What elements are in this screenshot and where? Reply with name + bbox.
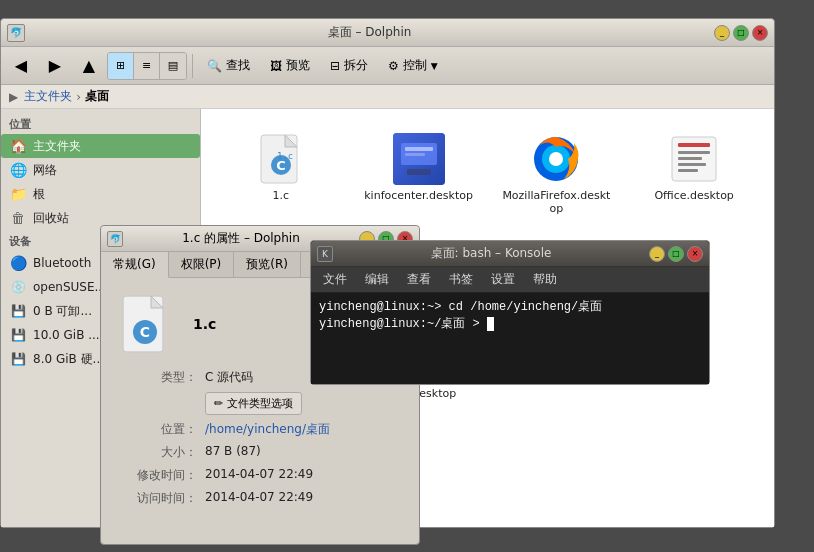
konsole-terminal[interactable]: yincheng@linux:~> cd /home/yincheng/桌面 y… [311, 293, 709, 384]
control-button[interactable]: ⚙ 控制 ▼ [379, 52, 447, 80]
accessed-row: 访问时间： 2014-04-07 22:49 [117, 487, 403, 510]
konsole-maximize-button[interactable]: □ [668, 246, 684, 262]
sidebar-item-home[interactable]: 🏠 主文件夹 [1, 134, 200, 158]
konsole-menu-bar: 文件 编辑 查看 书签 设置 帮助 [311, 267, 709, 293]
size-row: 大小： 87 B (87) [117, 441, 403, 464]
breadcrumb-separator: › [76, 90, 81, 104]
preview-button[interactable]: 🖼 预览 [261, 52, 319, 80]
close-button[interactable]: × [752, 25, 768, 41]
sidebar-network-label: 网络 [33, 162, 57, 179]
up-button[interactable]: ▲ [73, 51, 105, 81]
svg-rect-15 [678, 151, 710, 154]
forward-button[interactable]: ▶ [39, 51, 71, 81]
sidebar-home-label: 主文件夹 [33, 138, 81, 155]
file-kinfo-name: kinfocenter.desktop [364, 189, 473, 202]
konsole-minimize-button[interactable]: _ [649, 246, 665, 262]
back-button[interactable]: ◀ [5, 51, 37, 81]
konsole-menu-settings[interactable]: 设置 [483, 269, 523, 290]
location-row: 位置： /home/yincheng/桌面 [117, 418, 403, 441]
usb-icon: 💿 [9, 278, 27, 296]
control-icon: ⚙ [388, 59, 399, 73]
dolphin-title-bar: 🐬 桌面 – Dolphin _ □ × [1, 19, 774, 47]
type-btn-row: ✏ 文件类型选项 [117, 389, 403, 418]
modified-row: 修改时间： 2014-04-07 22:49 [117, 464, 403, 487]
size-label: 大小： [117, 444, 197, 461]
breadcrumb-home[interactable]: 主文件夹 [24, 88, 72, 105]
sidebar-disk8-label: 8.0 GiB 硬... [33, 351, 104, 368]
disk0-icon: 💾 [9, 302, 27, 320]
split-label: 拆分 [344, 57, 368, 74]
minimize-button[interactable]: _ [714, 25, 730, 41]
home-folder-icon: 🏠 [9, 137, 27, 155]
network-icon: 🌐 [9, 161, 27, 179]
root-icon: 📁 [9, 185, 27, 203]
sidebar-openusb-label: openSUSE... [33, 280, 106, 294]
svg-rect-8 [405, 153, 425, 156]
control-label: 控制 [403, 57, 427, 74]
modified-label: 修改时间： [117, 467, 197, 484]
sidebar-root-label: 根 [33, 186, 45, 203]
file-office-name: Office.desktop [654, 189, 733, 202]
window-controls: _ □ × [714, 25, 768, 41]
find-button[interactable]: 🔍 查找 [198, 52, 259, 80]
svg-rect-16 [678, 157, 702, 160]
system-icon: 🐬 [7, 24, 25, 42]
svg-point-12 [549, 152, 563, 166]
konsole-menu-help[interactable]: 帮助 [525, 269, 565, 290]
preview-label: 预览 [286, 57, 310, 74]
toolbar-separator-1 [192, 54, 193, 78]
accessed-label: 访问时间： [117, 490, 197, 507]
find-icon: 🔍 [207, 59, 222, 73]
file-firefox-name: MozillaFirefox.desktop [501, 189, 613, 215]
props-system-icon: 🐬 [107, 231, 123, 247]
find-label: 查找 [226, 57, 250, 74]
office-icon [668, 133, 720, 185]
sidebar-trash-label: 回收站 [33, 210, 69, 227]
sidebar-item-root[interactable]: 📁 根 [1, 182, 200, 206]
disk8-icon: 💾 [9, 350, 27, 368]
location-label: 位置： [117, 421, 197, 438]
tab-permissions[interactable]: 权限(P) [169, 252, 235, 277]
sidebar-item-network[interactable]: 🌐 网络 [1, 158, 200, 182]
konsole-close-button[interactable]: × [687, 246, 703, 262]
maximize-button[interactable]: □ [733, 25, 749, 41]
tab-general[interactable]: 常规(G) [101, 252, 169, 278]
konsole-menu-edit[interactable]: 编辑 [357, 269, 397, 290]
modified-value: 2014-04-07 22:49 [205, 467, 313, 484]
split-icon: ⊟ [330, 59, 340, 73]
konsole-menu-view[interactable]: 查看 [399, 269, 439, 290]
file-type-options-button[interactable]: ✏ 文件类型选项 [205, 392, 302, 415]
svg-text:C: C [140, 324, 150, 340]
breadcrumb-current: 桌面 [85, 88, 109, 105]
sidebar-section-location: 位置 [1, 113, 200, 134]
breadcrumb-bar: ▶ 主文件夹 › 桌面 [1, 85, 774, 109]
size-value: 87 B (87) [205, 444, 261, 461]
preview-icon: 🖼 [270, 59, 282, 73]
konsole-title-bar: K 桌面: bash – Konsole _ □ × [311, 241, 709, 267]
list-view-button[interactable]: ≡ [134, 53, 160, 79]
dolphin-title: 桌面 – Dolphin [25, 24, 714, 41]
svg-rect-7 [405, 147, 433, 151]
konsole-title-text: 桌面: bash – Konsole [333, 245, 649, 262]
konsole-window: K 桌面: bash – Konsole _ □ × 文件 编辑 查看 书签 设… [310, 240, 710, 385]
c-file-icon: C 1.c [255, 133, 307, 185]
disk10-icon: 💾 [9, 326, 27, 344]
svg-rect-17 [678, 163, 706, 166]
tab-preview[interactable]: 预览(R) [234, 252, 301, 277]
props-file-icon: C [117, 294, 177, 354]
icon-view-button[interactable]: ⊞ [108, 53, 134, 79]
konsole-system-icon: K [317, 246, 333, 262]
sidebar-bluetooth-label: Bluetooth [33, 256, 91, 270]
svg-rect-9 [407, 169, 431, 175]
konsole-menu-bookmarks[interactable]: 书签 [441, 269, 481, 290]
konsole-line-1: yincheng@linux:~> cd /home/yincheng/桌面 [319, 299, 701, 316]
svg-text:1.c: 1.c [277, 151, 293, 161]
konsole-line-2: yincheng@linux:~/桌面 > [319, 316, 701, 333]
detail-view-button[interactable]: ▤ [160, 53, 186, 79]
split-button[interactable]: ⊟ 拆分 [321, 52, 377, 80]
sidebar-disk10-label: 10.0 GiB ... [33, 328, 100, 342]
konsole-menu-file[interactable]: 文件 [315, 269, 355, 290]
breadcrumb-arrow: ▶ [9, 90, 18, 104]
type-label: 类型： [117, 369, 197, 386]
props-file-name: 1.c [193, 316, 216, 332]
